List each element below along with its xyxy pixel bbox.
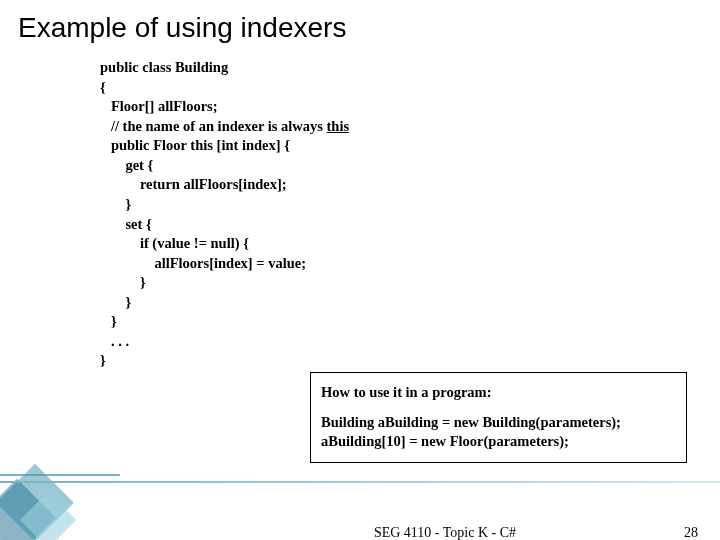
code-line: if (value != null) { (100, 235, 249, 251)
code-line: get { (100, 157, 153, 173)
footer-text: SEG 4110 - Topic K - C# (170, 525, 720, 540)
code-block: public class Building { Floor[] allFloor… (100, 58, 720, 371)
divider-line (0, 481, 720, 483)
code-line: public Floor this [int index] { (100, 137, 290, 153)
code-line: Floor[] allFloors; (100, 98, 218, 114)
code-line: { (100, 79, 106, 95)
code-line: set { (100, 216, 152, 232)
page-number: 28 (684, 525, 698, 540)
corner-decoration (0, 420, 120, 540)
code-line: } (100, 313, 117, 329)
code-line: allFloors[index] = value; (100, 255, 306, 271)
code-line: } (100, 196, 131, 212)
usage-line: aBuilding[10] = new Floor(parameters); (321, 432, 676, 452)
code-line: } (100, 294, 131, 310)
code-line: return allFloors[index]; (100, 176, 287, 192)
code-line: } (100, 352, 106, 368)
code-line: public class Building (100, 59, 228, 75)
usage-line: Building aBuilding = new Building(parame… (321, 413, 676, 433)
code-line: . . . (100, 333, 129, 349)
usage-box: How to use it in a program: Building aBu… (310, 372, 687, 463)
slide-title: Example of using indexers (0, 0, 720, 44)
code-line: // the name of an indexer is always this (100, 118, 349, 134)
code-line: } (100, 274, 146, 290)
usage-title: How to use it in a program: (321, 383, 676, 403)
